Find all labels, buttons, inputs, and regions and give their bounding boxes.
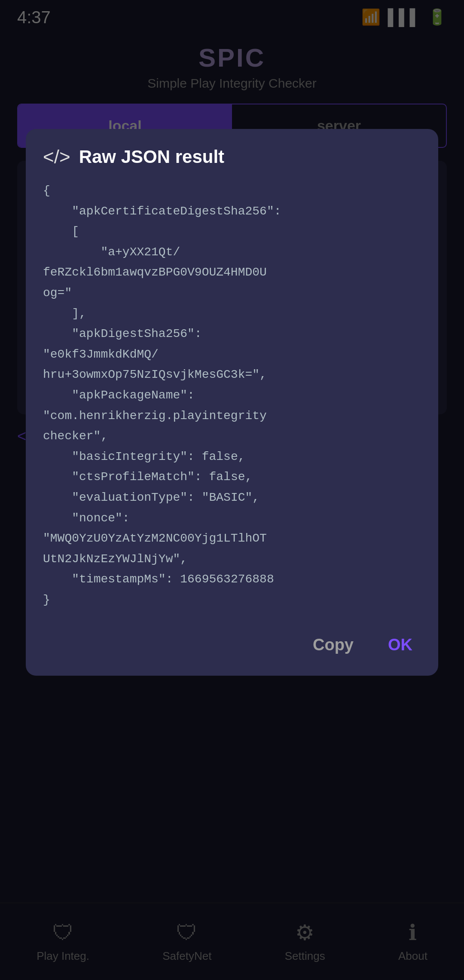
- dialog-actions: Copy OK: [26, 623, 438, 676]
- dialog-title: Raw JSON result: [79, 147, 224, 167]
- ok-button[interactable]: OK: [379, 631, 421, 658]
- dialog-title-row: </> Raw JSON result: [26, 129, 438, 176]
- copy-button[interactable]: Copy: [304, 631, 362, 658]
- dialog-content: { "apkCertificateDigestSha256": [ "a+yXX…: [26, 176, 438, 623]
- raw-json-dialog: </> Raw JSON result { "apkCertificateDig…: [26, 129, 438, 676]
- dialog-json-text: { "apkCertificateDigestSha256": [ "a+yXX…: [43, 181, 421, 610]
- dialog-code-icon: </>: [43, 146, 70, 168]
